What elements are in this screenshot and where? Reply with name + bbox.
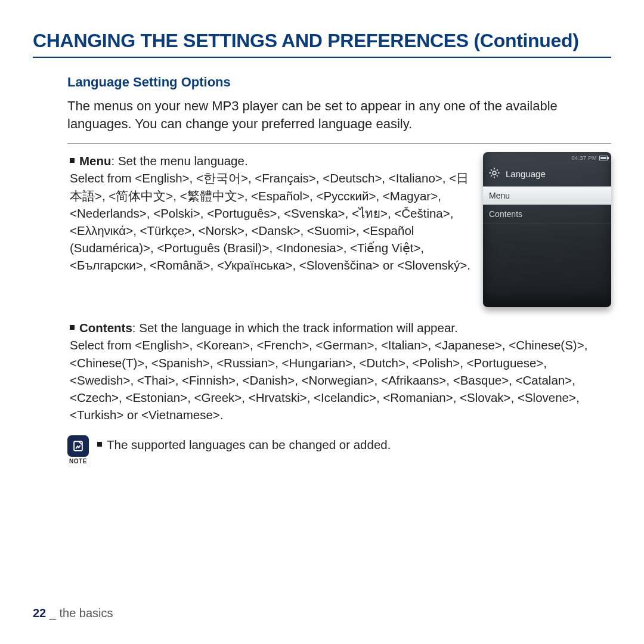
note-caption: NOTE (69, 458, 87, 465)
footer-section: _ the basics (46, 606, 113, 620)
device-time: 04:37 PM (571, 155, 597, 161)
device-header-title: Language (506, 169, 546, 179)
bullet-marker-icon (97, 442, 102, 447)
note-text-content: The supported languages can be changed o… (107, 438, 391, 451)
note-row: NOTE The supported languages can be chan… (67, 435, 611, 465)
bullet-menu-label: Menu (79, 154, 112, 168)
bullets-area: Menu: Set the menu language. Select from… (70, 152, 611, 423)
gear-icon (488, 166, 501, 181)
bullet-contents-body: Select from <English>, <Korean>, <French… (70, 338, 587, 421)
device-item-contents: Contents (483, 205, 611, 224)
bullet-marker-icon (70, 325, 75, 330)
note-icon-wrap: NOTE (67, 435, 89, 465)
page-title: CHANGING THE SETTINGS AND PREFERENCES (C… (33, 30, 611, 58)
bullet-contents-desc: : Set the language in which the track in… (132, 321, 458, 335)
bullet-contents-row: Contents: Set the language in which the … (70, 319, 611, 423)
bullet-menu-text: Menu: Set the menu language. Select from… (70, 152, 471, 274)
note-icon (67, 435, 89, 457)
bullet-menu-desc: : Set the menu language. (112, 154, 248, 168)
bullet-contents-text: Contents: Set the language in which the … (70, 319, 611, 423)
divider (67, 143, 611, 144)
battery-icon (599, 156, 608, 160)
device-header: Language (483, 164, 611, 186)
page-footer: 22 _ the basics (33, 606, 113, 620)
bullet-marker-icon (70, 158, 75, 163)
section-title: Language Setting Options (67, 75, 611, 90)
bullet-menu-body: Select from <English>, <한국어>, <Français>… (70, 171, 470, 272)
device-statusbar: 04:37 PM (483, 152, 611, 164)
bullet-contents-label: Contents (79, 321, 132, 335)
bullet-menu-row: Menu: Set the menu language. Select from… (70, 152, 611, 307)
device-item-menu: Menu (483, 186, 611, 205)
device-screenshot: 04:37 PM Language Menu Contents (483, 152, 611, 307)
note-text: The supported languages can be changed o… (97, 435, 391, 452)
svg-point-0 (493, 171, 496, 175)
page-number: 22 (33, 606, 46, 620)
intro-paragraph: The menus on your new MP3 player can be … (67, 97, 611, 132)
